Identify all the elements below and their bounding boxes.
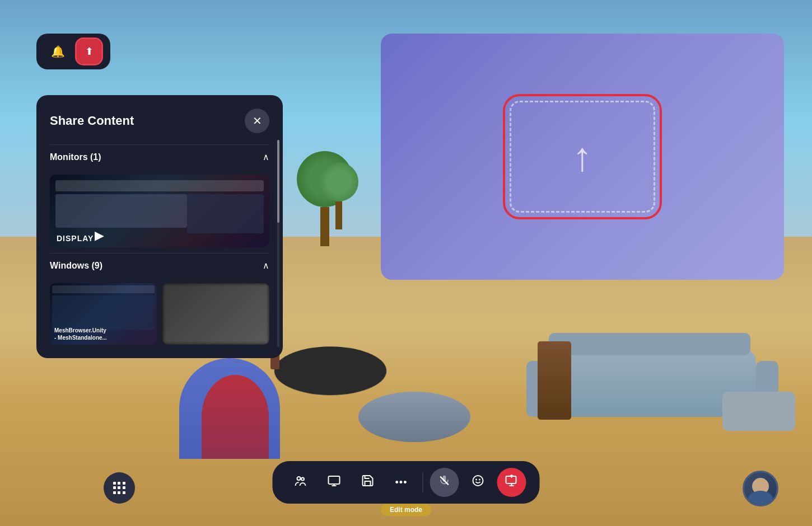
screen-share-icon — [505, 474, 519, 491]
media-icon — [328, 474, 341, 491]
grid-icon — [113, 482, 125, 494]
display-label: DISPLAY — [57, 234, 94, 243]
dot-1 — [113, 482, 116, 485]
monitor-thumbnail[interactable]: DISPLAY ▶ — [50, 175, 269, 247]
screen-share-button[interactable] — [497, 468, 526, 497]
window-thumbnail-1[interactable]: MeshBrowser.Unity - MeshStandalone... — [50, 283, 157, 345]
dot-4 — [113, 486, 116, 489]
save-button[interactable] — [353, 468, 382, 497]
dot-3 — [123, 482, 125, 485]
share-content-panel: Share Content ✕ Monitors (1) ∧ DISPLAY ▶… — [36, 95, 283, 358]
dot-5 — [118, 486, 120, 489]
preview-sidebar — [187, 194, 264, 233]
bottom-toolbar: ••• — [273, 461, 540, 504]
tree-right — [319, 162, 358, 229]
upload-zone[interactable]: ↑ — [510, 101, 655, 213]
panel-title: Share Content — [50, 114, 134, 128]
svg-rect-2 — [329, 476, 340, 484]
avatar-body — [748, 491, 773, 506]
bell-icon: 🔔 — [51, 45, 65, 58]
upload-icon: ⬆ — [85, 45, 94, 58]
dot-7 — [113, 491, 116, 494]
monitors-label: Monitors (1) — [50, 152, 101, 162]
windows-chevron-icon: ∧ — [263, 260, 269, 271]
svg-point-5 — [476, 480, 477, 480]
window-thumbnail-2[interactable] — [162, 283, 269, 345]
emoji-button[interactable] — [464, 468, 493, 497]
monitors-chevron-icon: ∧ — [263, 152, 269, 162]
more-icon: ••• — [395, 477, 408, 489]
edit-mode-badge: Edit mode — [381, 504, 431, 516]
scrollbar-thumb — [277, 140, 279, 223]
window-content-1 — [52, 295, 155, 330]
scrollbar[interactable] — [277, 140, 279, 347]
media-button[interactable] — [320, 468, 349, 497]
monitor-preview: DISPLAY ▶ — [50, 175, 269, 247]
more-button[interactable]: ••• — [387, 468, 416, 497]
window-label-1: MeshBrowser.Unity - MeshStandalone... — [54, 327, 107, 341]
windows-label: Windows (9) — [50, 261, 102, 271]
upload-button[interactable]: ⬆ — [77, 39, 101, 64]
emoji-icon — [472, 474, 485, 491]
mute-button[interactable] — [430, 468, 459, 497]
mute-icon — [438, 475, 451, 490]
preview-content — [55, 194, 187, 228]
window-preview-2 — [162, 283, 269, 345]
bell-button[interactable]: 🔔 — [45, 39, 70, 64]
svg-point-1 — [301, 477, 304, 480]
apps-button[interactable] — [104, 472, 135, 504]
virtual-screen: ↑ — [381, 34, 784, 280]
toolbar-divider — [423, 472, 423, 492]
user-avatar[interactable] — [743, 471, 778, 506]
preview-bar — [55, 180, 264, 191]
dot-2 — [118, 482, 120, 485]
upload-arrow-icon: ↑ — [572, 137, 592, 177]
red-cylinder — [202, 375, 269, 459]
display-arrow-icon: ▶ — [95, 228, 104, 243]
panel-header: Share Content ✕ — [50, 109, 269, 133]
dot-8 — [118, 491, 120, 494]
svg-point-6 — [479, 480, 480, 480]
small-ottoman — [722, 392, 795, 431]
svg-point-4 — [473, 476, 483, 486]
round-ottoman — [358, 392, 470, 442]
windows-grid: MeshBrowser.Unity - MeshStandalone... — [50, 283, 269, 345]
svg-point-0 — [297, 477, 301, 480]
windows-section-header[interactable]: Windows (9) ∧ — [50, 253, 269, 278]
monitors-section-header[interactable]: Monitors (1) ∧ — [50, 144, 269, 169]
tall-stool — [538, 341, 571, 420]
top-toolbar: 🔔 ⬆ — [36, 34, 110, 69]
dot-6 — [123, 486, 125, 489]
edit-mode-label: Edit mode — [390, 506, 422, 514]
save-icon — [361, 474, 375, 491]
close-button[interactable]: ✕ — [245, 109, 269, 133]
people-icon — [294, 475, 307, 491]
window-titlebar-1 — [52, 285, 155, 293]
people-button[interactable] — [286, 468, 315, 497]
close-icon: ✕ — [253, 114, 262, 128]
dot-9 — [123, 491, 125, 494]
